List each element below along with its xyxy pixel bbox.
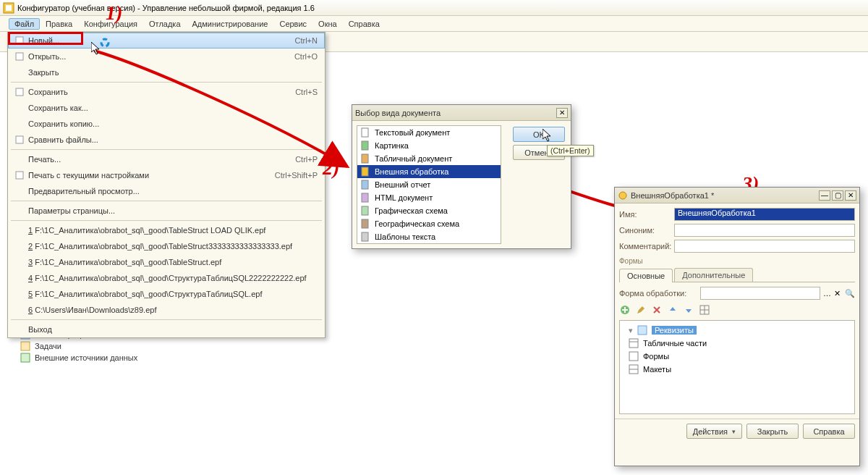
doc-type-item[interactable]: Табличный документ	[357, 152, 501, 165]
file-menu-item[interactable]: Сравнить файлы...	[8, 132, 325, 148]
file-menu-item[interactable]: 2 F:\1С_Аналитика\obrabot_sql\_good\Tabl…	[8, 238, 325, 254]
menu-admin[interactable]: Администрирование	[187, 18, 274, 30]
label-name: Имя:	[619, 210, 671, 219]
svg-rect-20	[21, 342, 30, 350]
svg-rect-21	[21, 353, 30, 362]
file-menu-item[interactable]: Сохранить копию...	[8, 116, 325, 132]
cursor-busy-icon	[100, 38, 110, 48]
form-proc-ellipsis[interactable]: …	[823, 289, 833, 298]
dialog-minimize[interactable]: —	[819, 190, 830, 201]
file-menu-item[interactable]: Закрыть	[8, 64, 325, 80]
svg-point-37	[619, 192, 626, 199]
file-menu-item[interactable]: 5 F:\1С_Аналитика\obrabot_sql\_good\Стру…	[8, 286, 325, 302]
actions-button[interactable]: Действия	[686, 424, 742, 439]
form-proc-search[interactable]: 🔍	[845, 289, 855, 298]
dialog-ext-proc-title[interactable]: ВнешняяОбработка1 * — ▢ ✕	[615, 188, 859, 203]
doc-type-item[interactable]: Текстовый документ	[357, 126, 501, 139]
file-menu-item[interactable]: 4 F:\1С_Аналитика\obrabot_sql\_good\Стру…	[8, 270, 325, 286]
svg-rect-34	[362, 206, 368, 215]
file-menu-item[interactable]: Печать с текущими настройкамиCtrl+Shift+…	[8, 167, 325, 183]
close-button[interactable]: Закрыть	[746, 424, 799, 439]
menu-edit[interactable]: Правка	[40, 18, 78, 30]
app-icon	[3, 2, 14, 14]
up-icon[interactable]	[667, 304, 678, 316]
doc-type-item[interactable]: Внешний отчет	[357, 178, 501, 191]
tree-row-layouts[interactable]: Макеты	[623, 363, 851, 376]
down-icon[interactable]	[683, 304, 694, 316]
label-comment: Комментарий:	[619, 242, 671, 251]
menu-debug[interactable]: Отладка	[143, 18, 186, 30]
tree-row-attrs[interactable]: ▾Реквизиты	[623, 324, 851, 337]
input-comment[interactable]	[674, 240, 855, 253]
file-menu-item[interactable]: Новый...Ctrl+N	[8, 33, 325, 49]
file-menu-item[interactable]: 6 C:\Users\Иван\Downloads\z89.epf	[8, 302, 325, 318]
svg-rect-24	[16, 88, 23, 96]
tree-row-forms[interactable]: Формы	[623, 350, 851, 363]
app-title: Конфигуратор (учебная версия) - Управлен…	[17, 4, 315, 12]
doc-type-item[interactable]: Картинка	[357, 139, 501, 152]
file-menu-item[interactable]: 1 F:\1С_Аналитика\obrabot_sql\_good\Tabl…	[8, 222, 325, 238]
menu-help[interactable]: Справка	[343, 18, 386, 30]
help-button[interactable]: Справка	[803, 424, 855, 439]
dialog-doc-type-close[interactable]: ✕	[556, 108, 568, 118]
dialog-close[interactable]: ✕	[845, 190, 856, 201]
svg-rect-26	[16, 172, 23, 179]
svg-rect-45	[629, 352, 638, 361]
doc-type-ok[interactable]: OK	[513, 127, 565, 142]
doc-type-list[interactable]: Текстовый документКартинкаТабличный доку…	[357, 125, 501, 244]
file-menu-item[interactable]: Предварительный просмотр...	[8, 183, 325, 199]
annotation-1: 1)	[106, 1, 122, 25]
tab-main[interactable]: Основные	[619, 269, 673, 282]
tab-extra[interactable]: Дополнительные	[674, 268, 753, 282]
dialog-doc-type: Выбор вида документа ✕ Текстовый докумен…	[352, 104, 571, 249]
menu-windows[interactable]: Окна	[312, 18, 343, 30]
mini-toolbar	[619, 304, 855, 316]
svg-rect-31	[362, 167, 368, 176]
input-form-proc[interactable]	[700, 287, 820, 300]
tree-ext-sources[interactable]: Внешние источники данных	[3, 352, 243, 363]
doc-type-item[interactable]: Внешняя обработка	[357, 165, 501, 178]
input-synonym[interactable]	[674, 224, 855, 237]
file-menu-item[interactable]: Печать...Ctrl+P	[8, 151, 325, 167]
label-form-proc: Форма обработки:	[619, 289, 697, 298]
svg-rect-36	[362, 232, 368, 241]
title-bar: Конфигуратор (учебная версия) - Управлен…	[0, 0, 868, 16]
doc-type-item[interactable]: HTML документ	[357, 191, 501, 204]
file-menu-item[interactable]: Выход	[8, 321, 325, 337]
file-menu-item[interactable]: Открыть...Ctrl+O	[8, 49, 325, 64]
menu-service[interactable]: Сервис	[273, 18, 312, 30]
menubar: Файл Правка Конфигурация Отладка Админис…	[0, 16, 868, 32]
gear-icon	[618, 190, 628, 201]
file-menu-item[interactable]: 3 F:\1С_Аналитика\obrabot_sql\_good\Tabl…	[8, 254, 325, 270]
doc-type-item[interactable]: Географическая схема	[357, 217, 501, 230]
config-tree: Бизнес-процессы Задачи Внешние источники…	[0, 324, 246, 475]
svg-rect-35	[362, 219, 368, 228]
dialog-maximize[interactable]: ▢	[832, 190, 843, 201]
tree-tasks[interactable]: Задачи	[3, 340, 243, 352]
tabs: Основные Дополнительные	[619, 268, 855, 282]
doc-type-item[interactable]: Графическая схема	[357, 204, 501, 217]
svg-rect-1	[6, 5, 12, 11]
svg-rect-28	[362, 128, 368, 137]
svg-rect-33	[362, 193, 368, 202]
input-name[interactable]: ВнешняяОбработка1	[674, 208, 855, 221]
delete-icon[interactable]	[651, 304, 663, 316]
doc-type-item[interactable]: Шаблоны текста	[357, 230, 501, 243]
menu-file[interactable]: Файл	[9, 18, 40, 30]
dialog-doc-type-title[interactable]: Выбор вида документа ✕	[352, 105, 571, 121]
file-menu-item[interactable]: СохранитьCtrl+S	[8, 84, 325, 100]
form-proc-clear[interactable]: ✕	[834, 289, 844, 298]
grid-icon[interactable]	[699, 304, 710, 316]
file-menu-item[interactable]: Параметры страницы...	[8, 203, 325, 219]
add-icon[interactable]	[619, 304, 631, 316]
file-menu-item[interactable]: Сохранить как...	[8, 100, 325, 116]
annotation-2: 2)	[323, 156, 339, 180]
dialog-ext-proc: ВнешняяОбработка1 * — ▢ ✕ Имя: ВнешняяОб…	[614, 187, 860, 466]
tree-row-tabparts[interactable]: Табличные части	[623, 337, 851, 350]
file-menu-dropdown: Новый...Ctrl+NОткрыть...Ctrl+OЗакрытьСох…	[7, 32, 326, 338]
svg-rect-32	[362, 180, 368, 189]
edit-icon[interactable]	[635, 304, 647, 316]
structure-tree[interactable]: ▾Реквизиты Табличные части Формы Макеты	[619, 320, 855, 414]
svg-rect-23	[16, 53, 23, 60]
cursor-pointer-2	[542, 129, 556, 142]
